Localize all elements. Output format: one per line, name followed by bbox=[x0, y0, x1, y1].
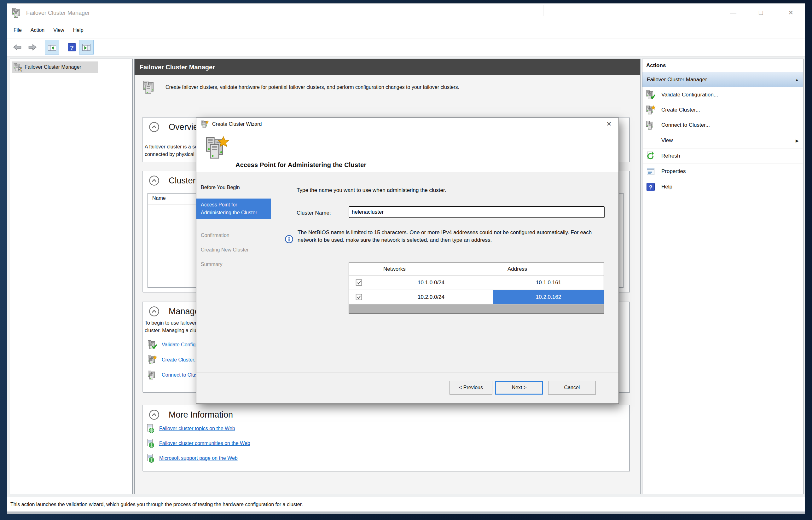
dialog-title: Create Cluster Wizard bbox=[212, 121, 262, 127]
network-2-address-selected[interactable]: 10.2.0.162 bbox=[493, 290, 604, 304]
servers-star-icon-large bbox=[205, 135, 229, 160]
cluster-manager-busy-icon bbox=[13, 63, 22, 72]
minimize-button[interactable]: — bbox=[723, 3, 743, 22]
menu-bar: File Action View Help bbox=[7, 22, 805, 38]
address-column-header[interactable]: Address bbox=[493, 263, 604, 275]
web-link-row: Failover cluster topics on the Web bbox=[145, 423, 235, 434]
cluster-name-input[interactable] bbox=[349, 206, 605, 218]
toolbar bbox=[7, 38, 805, 56]
app-icon bbox=[12, 7, 22, 18]
tree-item-failover-cluster-manager[interactable]: Failover Cluster Manager bbox=[12, 61, 98, 73]
title-bar: Failover Cluster Manager — □ ✕ bbox=[7, 3, 805, 22]
network-2-subnet[interactable]: 10.2.0.0/24 bbox=[369, 290, 493, 304]
action-connect-to-cluster[interactable]: Connect to Cluster... bbox=[643, 118, 803, 133]
action-label: Properties bbox=[661, 168, 686, 175]
back-button[interactable] bbox=[10, 40, 25, 54]
failover-cluster-topics-link[interactable]: Failover cluster topics on the Web bbox=[159, 426, 235, 432]
collapse-chevron-icon[interactable] bbox=[149, 121, 160, 133]
page-globe-icon bbox=[145, 423, 155, 434]
help-icon bbox=[646, 182, 656, 192]
step-before-you-begin[interactable]: Before You Begin bbox=[197, 185, 273, 190]
clusters-name-column[interactable]: Name bbox=[152, 196, 166, 201]
wizard-page-heading: Access Point for Administering the Clust… bbox=[235, 161, 367, 168]
wizard-steps-sidebar: Before You Begin Access Point for Admini… bbox=[197, 172, 273, 373]
menu-help[interactable]: Help bbox=[69, 27, 88, 33]
window-bottom-strip bbox=[7, 512, 805, 514]
networks-table-header: Networks Address bbox=[349, 263, 604, 276]
network-1-checkbox[interactable] bbox=[349, 276, 369, 290]
more-information-title: More Information bbox=[168, 410, 233, 420]
create-cluster-wizard-dialog: Create Cluster Wizard ✕ Access Point for… bbox=[196, 118, 619, 404]
show-action-pane-button[interactable] bbox=[79, 40, 94, 54]
create-cluster-link-row: Create Cluster... bbox=[147, 355, 198, 365]
action-label: Create Cluster... bbox=[661, 107, 700, 113]
actions-group-header[interactable]: Failover Cluster Manager ▲ bbox=[643, 72, 803, 87]
actions-group-label: Failover Cluster Manager bbox=[647, 77, 795, 83]
collapse-chevron-icon[interactable] bbox=[149, 409, 160, 420]
action-validate-configuration[interactable]: Validate Configuration... bbox=[643, 87, 803, 102]
network-1-subnet[interactable]: 10.1.0.0/24 bbox=[369, 276, 493, 290]
checkbox-checked-icon bbox=[355, 293, 363, 301]
network-1-address[interactable]: 10.1.0.161 bbox=[493, 276, 604, 290]
checkbox-column-header bbox=[349, 263, 369, 275]
window-title: Failover Cluster Manager bbox=[26, 3, 90, 22]
section-more-information: More Information Failover cluster topics… bbox=[142, 405, 629, 471]
servers-icon bbox=[646, 120, 656, 130]
dialog-close-button[interactable]: ✕ bbox=[601, 118, 617, 130]
networks-table: Networks Address 10.1.0.0/24 10.1.0.161 … bbox=[349, 262, 604, 314]
networks-column-header[interactable]: Networks bbox=[369, 263, 493, 275]
microsoft-support-page-link[interactable]: Microsoft support page on the Web bbox=[159, 456, 238, 461]
wizard-button-row: < Previous Next > Cancel bbox=[197, 372, 619, 404]
back-arrow-icon bbox=[12, 42, 23, 52]
collapse-triangle-icon[interactable]: ▲ bbox=[795, 78, 799, 82]
wizard-body: Before You Begin Access Point for Admini… bbox=[197, 172, 619, 373]
action-properties[interactable]: Properties bbox=[643, 164, 803, 179]
servers-check-icon bbox=[646, 90, 656, 100]
desktop: Failover Cluster Manager — □ ✕ File Acti… bbox=[0, 0, 812, 520]
create-cluster-link[interactable]: Create Cluster... bbox=[162, 357, 198, 363]
action-help[interactable]: Help bbox=[643, 179, 803, 194]
help-toolbar-button[interactable] bbox=[64, 40, 79, 54]
dialog-title-bar: Create Cluster Wizard ✕ bbox=[197, 118, 619, 130]
maximize-button[interactable]: □ bbox=[751, 3, 771, 22]
menu-file[interactable]: File bbox=[9, 27, 26, 33]
icon-placeholder bbox=[646, 135, 656, 146]
collapse-chevron-icon[interactable] bbox=[149, 175, 160, 186]
management-text-line: cluster. Managing a cluster bbox=[145, 328, 205, 333]
failover-cluster-communities-link[interactable]: Failover cluster communities on the Web bbox=[159, 441, 250, 446]
status-bar-divider bbox=[543, 5, 544, 16]
properties-icon bbox=[646, 166, 656, 177]
toolbar-separator bbox=[62, 42, 62, 53]
step-access-point[interactable]: Access Point for Administering the Clust… bbox=[197, 199, 271, 219]
network-row-1: 10.1.0.0/24 10.1.0.161 bbox=[349, 276, 604, 290]
cancel-button[interactable]: Cancel bbox=[548, 381, 596, 395]
action-refresh[interactable]: Refresh bbox=[643, 149, 803, 163]
action-pane-icon bbox=[81, 42, 91, 52]
help-icon bbox=[67, 42, 77, 52]
servers-icon bbox=[142, 80, 157, 95]
forward-arrow-icon bbox=[27, 42, 37, 52]
toolbar-separator bbox=[42, 42, 42, 53]
tree-item-label: Failover Cluster Manager bbox=[25, 64, 81, 70]
menu-view[interactable]: View bbox=[49, 27, 69, 33]
action-label: Help bbox=[661, 184, 672, 190]
wizard-content: Type the name you want to use when admin… bbox=[273, 172, 619, 373]
network-2-checkbox[interactable] bbox=[349, 290, 369, 304]
previous-button[interactable]: < Previous bbox=[449, 381, 492, 395]
info-icon bbox=[284, 234, 294, 244]
forward-button[interactable] bbox=[25, 40, 40, 54]
show-console-tree-button[interactable] bbox=[45, 40, 59, 54]
action-create-cluster[interactable]: Create Cluster... bbox=[643, 102, 803, 118]
network-row-2: 10.2.0.0/24 10.2.0.162 bbox=[349, 290, 604, 305]
action-view[interactable]: View ▶ bbox=[643, 133, 803, 148]
next-button[interactable]: Next > bbox=[495, 381, 543, 395]
checkbox-checked-icon bbox=[355, 279, 363, 286]
status-bar-divider bbox=[602, 5, 602, 16]
menu-action[interactable]: Action bbox=[26, 27, 49, 33]
collapse-chevron-icon[interactable] bbox=[149, 306, 160, 317]
close-button[interactable]: ✕ bbox=[781, 3, 801, 22]
intro-row: Create failover clusters, validate hardw… bbox=[142, 80, 459, 95]
action-label: Connect to Cluster... bbox=[661, 122, 710, 128]
action-label: View bbox=[661, 137, 673, 144]
servers-icon bbox=[147, 370, 157, 380]
